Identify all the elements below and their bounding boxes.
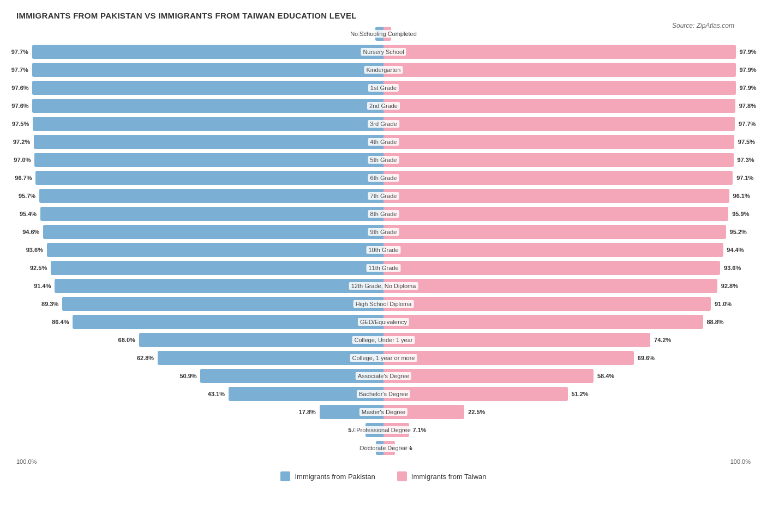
bar-left-value: 86.4% <box>52 319 69 325</box>
bar-row: 7th Grade95.7%96.1% <box>16 188 751 204</box>
bar-right-value: 97.7% <box>739 121 756 127</box>
bar-pakistan <box>33 117 384 131</box>
bar-pakistan <box>32 81 384 95</box>
bar-left-value: 17.8% <box>299 409 316 415</box>
bar-right-value: 97.5% <box>738 139 755 145</box>
bar-right-value: 95.9% <box>732 211 749 217</box>
legend-taiwan-label: Immigrants from Taiwan <box>411 473 487 481</box>
bar-center-label: College, 1 year or more <box>350 354 417 362</box>
bar-taiwan <box>384 153 734 167</box>
bar-right-value: 97.9% <box>739 49 756 55</box>
bar-taiwan <box>384 369 594 383</box>
bar-taiwan <box>384 279 717 293</box>
bar-center-label: Kindergarten <box>364 66 403 74</box>
bar-center-label: Doctorate Degree <box>358 444 410 452</box>
bar-left-value: 97.2% <box>13 139 30 145</box>
bar-taiwan <box>384 297 711 311</box>
legend: Immigrants from Pakistan Immigrants from… <box>16 471 751 481</box>
bar-center-label: No Schooling Completed <box>348 30 419 38</box>
bar-left-value: 97.7% <box>11 67 28 73</box>
bar-row: College, Under 1 year68.0%74.2% <box>16 332 751 348</box>
bar-left-value: 97.6% <box>11 85 28 91</box>
bar-pakistan <box>32 99 384 113</box>
bottom-left-label: 100.0% <box>16 458 37 465</box>
bar-center-label: 12th Grade, No Diploma <box>349 282 418 290</box>
bar-center-label: High School Diploma <box>353 300 414 308</box>
bar-center-label: 7th Grade <box>368 192 399 200</box>
bar-pakistan <box>32 45 384 59</box>
bar-row: Master's Degree17.8%22.5% <box>16 404 751 420</box>
chart-container: No Schooling Completed2.3%2.1%Nursery Sc… <box>16 26 751 465</box>
bar-left-value: 43.1% <box>208 391 225 397</box>
bar-taiwan <box>384 171 733 185</box>
bar-taiwan <box>384 225 726 239</box>
bar-pakistan <box>32 63 384 77</box>
bar-right-value: 95.2% <box>730 229 747 235</box>
bar-center-label: 11th Grade <box>366 264 400 272</box>
bar-row: 9th Grade94.6%95.2% <box>16 224 751 240</box>
legend-pakistan-box <box>280 471 290 481</box>
bar-left-value: 92.5% <box>30 265 47 271</box>
bar-center-label: 9th Grade <box>368 228 399 236</box>
bar-row: 5th Grade97.0%97.3% <box>16 152 751 168</box>
bar-taiwan <box>384 63 736 77</box>
legend-taiwan-box <box>397 471 407 481</box>
bar-right-value: 22.5% <box>468 409 485 415</box>
bar-row: GED/Equivalency86.4%88.8% <box>16 314 751 330</box>
bar-right-value: 91.0% <box>715 301 732 307</box>
bar-taiwan <box>384 333 650 347</box>
bar-pakistan <box>73 315 384 329</box>
bar-left-value: 91.4% <box>34 283 51 289</box>
bar-left-value: 89.3% <box>41 301 58 307</box>
bar-pakistan <box>34 135 384 149</box>
bar-pakistan <box>51 261 384 275</box>
bar-row: 1st Grade97.6%97.9% <box>16 80 751 96</box>
bar-taiwan <box>384 189 729 203</box>
bar-pakistan <box>139 333 384 347</box>
bar-left-value: 50.9% <box>179 373 196 379</box>
bar-center-label: 1st Grade <box>368 84 399 92</box>
bar-taiwan <box>384 351 634 365</box>
bar-left-value: 95.7% <box>19 193 35 199</box>
bar-center-label: Professional Degree <box>354 426 413 434</box>
bar-pakistan <box>62 297 384 311</box>
bar-taiwan <box>384 81 736 95</box>
bar-right-value: 92.8% <box>721 283 738 289</box>
bar-taiwan <box>384 315 703 329</box>
bar-right-value: 58.4% <box>597 373 614 379</box>
bar-right-value: 97.9% <box>739 67 756 73</box>
bar-left-value: 97.0% <box>14 157 31 163</box>
bar-taiwan <box>384 135 734 149</box>
bar-pakistan <box>34 153 384 167</box>
chart-title: IMMIGRANTS FROM PAKISTAN VS IMMIGRANTS F… <box>16 11 751 20</box>
bar-left-value: 68.0% <box>118 337 135 343</box>
bar-taiwan <box>384 117 735 131</box>
bar-pakistan <box>55 279 384 293</box>
bar-center-label: Nursery School <box>361 48 406 56</box>
bar-center-label: College, Under 1 year <box>352 336 415 344</box>
bar-row: Nursery School97.7%97.9% <box>16 44 751 60</box>
bar-taiwan <box>384 45 736 59</box>
bar-row: College, 1 year or more62.8%69.6% <box>16 350 751 366</box>
bar-center-label: Bachelor's Degree <box>357 390 410 398</box>
bar-row: 12th Grade, No Diploma91.4%92.8% <box>16 278 751 294</box>
bar-row: 4th Grade97.2%97.5% <box>16 134 751 150</box>
legend-pakistan: Immigrants from Pakistan <box>280 471 375 481</box>
bar-center-label: 5th Grade <box>368 156 399 164</box>
bar-right-value: 97.9% <box>739 85 756 91</box>
bar-center-label: Master's Degree <box>359 408 408 416</box>
bar-left-value: 95.4% <box>20 211 37 217</box>
bar-center-label: 8th Grade <box>368 210 399 218</box>
bar-left-value: 97.7% <box>11 49 28 55</box>
bar-center-label: 3rd Grade <box>368 120 399 128</box>
bar-right-value: 7.1% <box>413 427 427 433</box>
bar-row: Doctorate Degree2.1%3.2% <box>16 440 751 456</box>
bar-right-value: 93.6% <box>724 265 741 271</box>
bar-center-label: GED/Equivalency <box>358 318 409 326</box>
bar-left-value: 97.5% <box>12 121 29 127</box>
bar-right-value: 94.4% <box>727 247 744 253</box>
bar-right-value: 97.8% <box>739 103 756 109</box>
bar-pakistan <box>43 225 384 239</box>
bar-row: 6th Grade96.7%97.1% <box>16 170 751 186</box>
bar-right-value: 97.1% <box>736 175 753 181</box>
